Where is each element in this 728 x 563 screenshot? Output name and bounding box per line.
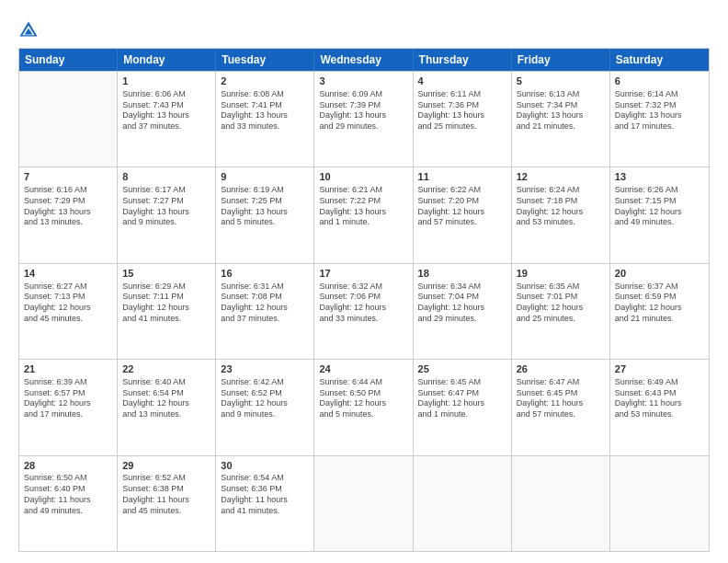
cell-text: and 49 minutes. [615,217,704,228]
day-number: 26 [517,362,605,376]
cell-text: Daylight: 12 hours [319,303,407,314]
cell-text: Daylight: 11 hours [122,495,210,506]
calendar-cell: 8Sunrise: 6:17 AMSunset: 7:27 PMDaylight… [118,167,216,262]
cell-text: Daylight: 12 hours [24,303,112,314]
calendar-cell: 29Sunrise: 6:52 AMSunset: 6:38 PMDayligh… [118,456,216,551]
day-number: 7 [24,170,112,184]
cell-text: Sunrise: 6:22 AM [418,185,506,196]
cell-text: and 13 minutes. [24,217,112,228]
cell-text: and 5 minutes. [319,409,407,420]
cell-text: Sunrise: 6:13 AM [517,89,605,100]
calendar-cell: 23Sunrise: 6:42 AMSunset: 6:52 PMDayligh… [216,360,314,454]
cell-text: and 1 minute. [319,217,407,228]
cell-text: and 45 minutes. [24,314,112,325]
cell-text: Sunrise: 6:16 AM [24,185,112,196]
calendar-cell: 24Sunrise: 6:44 AMSunset: 6:50 PMDayligh… [314,360,413,454]
cell-text: Sunrise: 6:14 AM [615,89,704,100]
calendar-cell: 14Sunrise: 6:27 AMSunset: 7:13 PMDayligh… [19,264,118,359]
cell-text: Sunrise: 6:45 AM [418,377,506,388]
cell-text: Sunset: 7:01 PM [517,292,605,303]
day-number: 11 [418,170,506,184]
cell-text: Daylight: 11 hours [24,495,112,506]
cell-text: Sunset: 6:40 PM [24,484,112,495]
day-number: 10 [319,170,407,184]
cell-text: and 57 minutes. [517,409,605,420]
calendar-row: 1Sunrise: 6:06 AMSunset: 7:43 PMDaylight… [19,71,709,167]
cell-text: Sunrise: 6:29 AM [122,282,210,293]
cell-text: Sunrise: 6:27 AM [24,282,112,293]
day-number: 30 [221,459,309,473]
day-number: 3 [319,75,407,88]
page: SundayMondayTuesdayWednesdayThursdayFrid… [0,0,728,563]
cell-text: and 5 minutes. [221,217,309,228]
cell-text: Sunrise: 6:17 AM [122,185,210,196]
calendar-cell: 2Sunrise: 6:08 AMSunset: 7:41 PMDaylight… [216,72,314,167]
cell-text: Sunrise: 6:54 AM [221,473,309,484]
cell-text: Daylight: 13 hours [221,207,309,218]
cell-text: Daylight: 12 hours [418,207,506,218]
cell-text: Daylight: 13 hours [122,207,210,218]
calendar-cell: 22Sunrise: 6:40 AMSunset: 6:54 PMDayligh… [118,360,216,454]
cell-text: Sunset: 7:15 PM [615,196,704,207]
calendar-cell: 13Sunrise: 6:26 AMSunset: 7:15 PMDayligh… [610,167,709,262]
calendar-header-cell: Friday [512,49,610,71]
cell-text: Sunset: 7:34 PM [517,100,605,111]
calendar-header-cell: Tuesday [216,49,314,71]
calendar-cell [610,456,709,551]
cell-text: and 53 minutes. [517,217,605,228]
calendar-row: 21Sunrise: 6:39 AMSunset: 6:57 PMDayligh… [19,359,709,454]
cell-text: Sunrise: 6:52 AM [122,473,210,484]
cell-text: and 21 minutes. [517,121,605,132]
cell-text: Sunrise: 6:24 AM [517,185,605,196]
cell-text: Sunset: 7:29 PM [24,196,112,207]
calendar-cell [314,456,413,551]
cell-text: and 57 minutes. [418,217,506,228]
cell-text: Daylight: 13 hours [319,110,407,121]
cell-text: Sunset: 7:36 PM [418,100,506,111]
calendar-header-cell: Monday [118,49,216,71]
day-number: 4 [418,75,506,88]
calendar-cell: 4Sunrise: 6:11 AMSunset: 7:36 PMDaylight… [414,72,512,167]
calendar-cell: 5Sunrise: 6:13 AMSunset: 7:34 PMDaylight… [512,72,610,167]
cell-text: Daylight: 12 hours [615,207,704,218]
cell-text: Sunrise: 6:09 AM [319,89,407,100]
cell-text: Sunset: 7:43 PM [122,100,210,111]
cell-text: and 21 minutes. [615,314,704,325]
cell-text: Daylight: 12 hours [517,303,605,314]
day-number: 15 [122,267,210,281]
calendar-cell: 6Sunrise: 6:14 AMSunset: 7:32 PMDaylight… [610,72,709,167]
cell-text: Sunrise: 6:50 AM [24,473,112,484]
cell-text: Sunrise: 6:08 AM [221,89,309,100]
day-number: 23 [221,362,309,376]
header [18,17,710,40]
cell-text: Daylight: 13 hours [24,207,112,218]
cell-text: and 41 minutes. [122,314,210,325]
cell-text: Daylight: 12 hours [221,303,309,314]
cell-text: Sunrise: 6:42 AM [221,377,309,388]
calendar-cell: 7Sunrise: 6:16 AMSunset: 7:29 PMDaylight… [19,167,118,262]
cell-text: Daylight: 13 hours [319,207,407,218]
cell-text: Sunrise: 6:49 AM [615,377,704,388]
cell-text: and 29 minutes. [418,314,506,325]
cell-text: and 33 minutes. [319,314,407,325]
cell-text: Sunset: 7:22 PM [319,196,407,207]
cell-text: Sunrise: 6:19 AM [221,185,309,196]
day-number: 20 [615,267,704,281]
calendar-header-cell: Sunday [19,49,118,71]
cell-text: Daylight: 12 hours [122,303,210,314]
cell-text: Sunset: 6:57 PM [24,388,112,399]
cell-text: Daylight: 13 hours [418,110,506,121]
calendar-body: 1Sunrise: 6:06 AMSunset: 7:43 PMDaylight… [19,71,709,551]
day-number: 28 [24,459,112,473]
cell-text: Sunset: 7:32 PM [615,100,704,111]
cell-text: and 33 minutes. [221,121,309,132]
cell-text: Sunset: 7:18 PM [517,196,605,207]
cell-text: Sunset: 7:06 PM [319,292,407,303]
day-number: 29 [122,459,210,473]
cell-text: Sunrise: 6:40 AM [122,377,210,388]
cell-text: Sunset: 7:39 PM [319,100,407,111]
day-number: 8 [122,170,210,184]
calendar-cell: 11Sunrise: 6:22 AMSunset: 7:20 PMDayligh… [414,167,512,262]
cell-text: and 25 minutes. [517,314,605,325]
cell-text: Daylight: 11 hours [221,495,309,506]
